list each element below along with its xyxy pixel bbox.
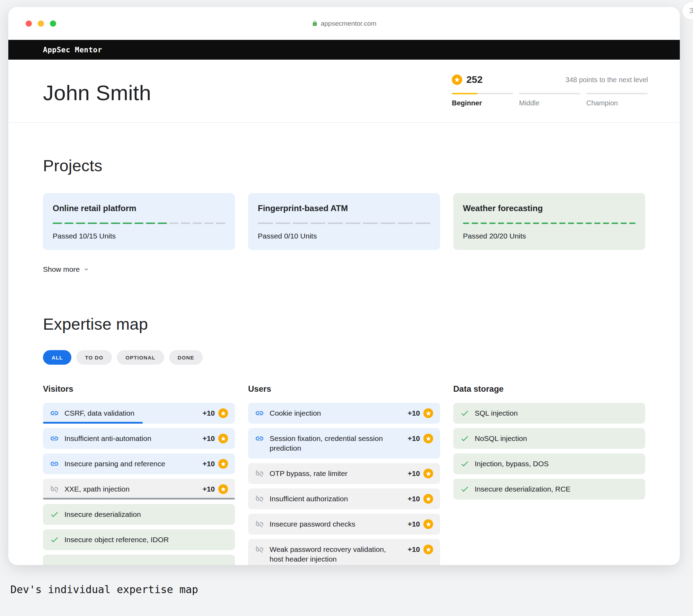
progress-segment xyxy=(551,223,557,224)
level-track xyxy=(452,93,513,94)
check-icon xyxy=(460,434,469,443)
reward-points: +10 xyxy=(407,519,420,529)
points-cluster: 252 348 points to the next level Beginne… xyxy=(452,74,648,107)
progress-segment xyxy=(216,223,225,224)
expertise-column-title: Users xyxy=(248,384,440,394)
progress-segment xyxy=(568,223,574,224)
progress-segment xyxy=(88,223,97,224)
expertise-item-label: Session fixation, credential session pre… xyxy=(270,434,402,453)
check-icon xyxy=(50,510,59,519)
star-icon xyxy=(218,434,228,443)
expertise-item[interactable]: OTP bypass, rate limiter +10 xyxy=(248,463,440,484)
star-icon xyxy=(423,469,433,478)
broken-link-icon xyxy=(255,545,264,554)
progress-segment xyxy=(328,223,343,224)
progress-segment xyxy=(169,223,179,224)
expertise-item[interactable]: Session fixation, credential session pre… xyxy=(248,428,440,459)
item-reward: +10 xyxy=(202,408,228,418)
item-reward: +10 xyxy=(202,459,228,469)
project-progress-bar xyxy=(53,223,225,224)
filter-chip-done[interactable]: DONE xyxy=(169,350,203,365)
star-icon xyxy=(423,434,433,443)
expertise-item[interactable]: Insecure deserialization, RCE xyxy=(453,479,645,500)
app-title: AppSec Mentor xyxy=(43,46,102,54)
points-star-icon xyxy=(452,75,462,85)
expertise-item[interactable]: Insecure object reference, IDOR xyxy=(43,529,235,550)
expertise-item-label: Insufficient authorization xyxy=(270,494,402,504)
filter-chip-optional[interactable]: OPTIONAL xyxy=(117,350,164,365)
expertise-item-label: Injection, bypass, DOS xyxy=(475,459,638,469)
expertise-item-list: Cookie injection +10 Session fixation, c… xyxy=(248,403,440,565)
show-more-button[interactable]: Show more xyxy=(43,265,90,274)
project-passed-units: Passed 10/15 Units xyxy=(53,232,225,240)
check-icon xyxy=(460,485,469,494)
window-controls xyxy=(26,20,56,27)
expertise-item[interactable]: Insecure parsing and reference +10 xyxy=(43,453,235,474)
filter-chip-to-do[interactable]: TO DO xyxy=(76,350,112,365)
project-progress-bar xyxy=(258,223,430,224)
progress-segment xyxy=(76,223,85,224)
expertise-item[interactable]: XXE, xpath injection +10 xyxy=(43,479,235,500)
progress-segment xyxy=(612,223,618,224)
project-card[interactable]: Online retail platform Passed 10/15 Unit… xyxy=(43,193,235,250)
level-meters: Beginner Middle Champion xyxy=(452,93,648,107)
project-card-title: Fingerprint-based ATM xyxy=(258,203,430,213)
item-reward: +10 xyxy=(407,519,433,529)
expertise-item-label: Insecure object reference, IDOR xyxy=(64,535,228,545)
progress-segment xyxy=(363,223,378,224)
expertise-item[interactable]: Insufficient authorization +10 xyxy=(248,488,440,509)
project-progress-bar xyxy=(463,223,635,224)
check-icon xyxy=(50,535,59,544)
progress-segment xyxy=(586,223,592,224)
progress-segment xyxy=(275,223,291,224)
expertise-item[interactable]: Weak password recovery validation, host … xyxy=(248,539,440,565)
expertise-item[interactable] xyxy=(43,555,235,565)
progress-segment xyxy=(181,223,190,224)
broken-link-icon xyxy=(255,469,264,478)
item-reward: +10 xyxy=(407,545,433,554)
expertise-item[interactable]: Cookie injection +10 xyxy=(248,403,440,424)
close-window-icon[interactable] xyxy=(26,20,32,27)
expertise-item-label: Insecure deserialization, RCE xyxy=(475,484,638,494)
reward-points: +10 xyxy=(202,408,215,418)
page-content: Projects Online retail platform Passed 1… xyxy=(8,156,680,565)
expertise-item[interactable]: SQL injection xyxy=(453,403,645,424)
project-passed-units: Passed 20/20 Units xyxy=(463,232,635,240)
expertise-column-title: Data storage xyxy=(453,384,645,394)
link-icon xyxy=(50,459,59,468)
item-progress-underline xyxy=(43,422,143,424)
progress-segment xyxy=(542,223,548,224)
project-card[interactable]: Fingerprint-based ATM Passed 0/10 Units xyxy=(248,193,440,250)
project-card[interactable]: Weather forecasting Passed 20/20 Units xyxy=(453,193,645,250)
level-meter: Champion xyxy=(586,93,648,107)
expertise-column: Data storage SQL injection NoSQL injecti… xyxy=(453,384,645,500)
link-icon xyxy=(50,409,59,418)
expertise-item[interactable]: NoSQL injection xyxy=(453,428,645,449)
progress-segment xyxy=(53,223,62,224)
expertise-item[interactable]: Insufficient anti-automation +10 xyxy=(43,428,235,449)
address-bar[interactable]: appsecmentor.com xyxy=(312,20,377,27)
url-text: appsecmentor.com xyxy=(321,20,377,27)
filter-chip-all[interactable]: ALL xyxy=(43,350,71,365)
reward-points: +10 xyxy=(407,494,420,504)
progress-segment xyxy=(507,223,513,224)
expertise-item-label: Insecure parsing and reference xyxy=(64,459,197,469)
projects-heading: Projects xyxy=(43,156,645,175)
reward-points: +10 xyxy=(202,434,215,443)
progress-segment xyxy=(258,223,273,224)
item-reward: +10 xyxy=(407,494,433,504)
star-icon xyxy=(423,408,433,418)
expertise-item[interactable]: Injection, bypass, DOS xyxy=(453,453,645,474)
expertise-columns: Visitors CSRF, data validation +10 Insuf… xyxy=(43,384,645,565)
expertise-item[interactable]: CSRF, data validation +10 xyxy=(43,403,235,424)
lock-icon xyxy=(312,20,318,26)
show-more-label: Show more xyxy=(43,265,80,274)
item-reward: +10 xyxy=(407,408,433,418)
expertise-item[interactable]: Insecure deserialization xyxy=(43,504,235,525)
chevron-down-icon xyxy=(83,266,90,273)
project-cards: Online retail platform Passed 10/15 Unit… xyxy=(43,193,645,250)
maximize-window-icon[interactable] xyxy=(50,20,56,27)
reward-points: +10 xyxy=(407,434,420,443)
minimize-window-icon[interactable] xyxy=(38,20,44,27)
expertise-item[interactable]: Insecure password checks +10 xyxy=(248,514,440,535)
